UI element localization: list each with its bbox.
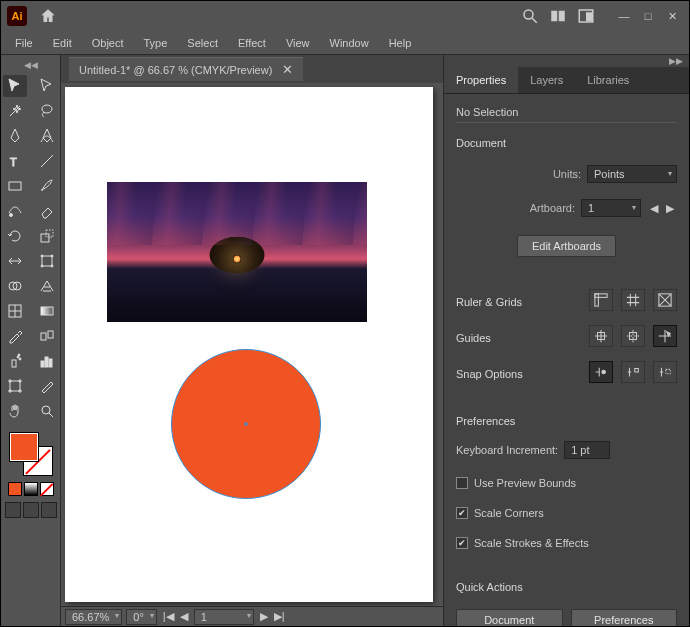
arrange-documents-button[interactable] [549,7,567,25]
units-select[interactable]: Points [587,165,677,183]
symbol-sprayer-tool[interactable] [3,350,27,372]
maximize-button[interactable]: □ [637,7,659,25]
gradient-tool[interactable] [35,300,59,322]
menu-edit[interactable]: Edit [45,34,80,52]
snap-grid-button[interactable] [621,361,645,383]
fill-swatch[interactable] [9,432,39,462]
menu-help[interactable]: Help [381,34,420,52]
paintbrush-tool[interactable] [35,175,59,197]
color-mode-color[interactable] [8,482,22,496]
workspace-button[interactable] [577,7,595,25]
menu-effect[interactable]: Effect [230,34,274,52]
artboard-next-button[interactable]: ▶ [663,202,677,215]
artboard-prev-icon[interactable]: ◀ [178,610,190,623]
keyboard-increment-input[interactable]: 1 pt [564,441,610,459]
expand-tools-icon[interactable]: ◀◀ [1,59,60,71]
pen-tool[interactable] [3,125,27,147]
placed-image[interactable] [107,182,367,322]
shaper-tool[interactable] [3,200,27,222]
guides-lock-button[interactable] [621,325,645,347]
menu-type[interactable]: Type [136,34,176,52]
edit-artboards-button[interactable]: Edit Artboards [517,235,616,257]
menu-select[interactable]: Select [179,34,226,52]
svg-point-38 [602,370,606,374]
hand-tool[interactable] [3,400,27,422]
blend-tool[interactable] [35,325,59,347]
home-button[interactable] [37,5,59,27]
svg-point-10 [9,214,12,217]
svg-rect-35 [595,294,599,306]
menu-window[interactable]: Window [322,34,377,52]
image-sky [107,182,367,245]
tab-properties[interactable]: Properties [444,67,518,93]
snap-pixel-button[interactable] [653,361,677,383]
preferences-button[interactable]: Preferences [571,609,678,626]
color-mode-gradient[interactable] [24,482,38,496]
document-setup-button[interactable]: Document Setup [456,609,563,626]
smart-guides-button[interactable] [653,325,677,347]
ellipse-shape[interactable] [171,349,321,499]
menu-view[interactable]: View [278,34,318,52]
magic-wand-tool[interactable] [3,100,27,122]
draw-normal[interactable] [5,502,21,518]
artboard-next-icon[interactable]: ▶ [258,610,270,623]
draw-inside[interactable] [41,502,57,518]
zoom-dropdown[interactable]: 66.67% [65,609,122,625]
eyedropper-tool[interactable] [3,325,27,347]
column-graph-tool[interactable] [35,350,59,372]
curvature-tool[interactable] [35,125,59,147]
tab-libraries[interactable]: Libraries [575,67,641,93]
scale-corners-checkbox[interactable] [456,507,468,519]
width-tool[interactable] [3,250,27,272]
type-tool[interactable]: T [3,150,27,172]
direct-selection-tool[interactable] [35,75,59,97]
use-preview-bounds-checkbox[interactable] [456,477,468,489]
tab-layers[interactable]: Layers [518,67,575,93]
snap-point-button[interactable] [589,361,613,383]
ruler-toggle-button[interactable] [589,289,613,311]
rotate-dropdown[interactable]: 0° [126,609,157,625]
menu-file[interactable]: File [7,34,41,52]
artboard-select[interactable]: 1 [581,199,641,217]
draw-mode-buttons [5,502,57,518]
canvas-area[interactable] [61,83,443,606]
perspective-grid-tool[interactable] [35,275,59,297]
tab-close-button[interactable]: ✕ [282,63,293,76]
mesh-tool[interactable] [3,300,27,322]
guides-show-button[interactable] [589,325,613,347]
free-transform-tool[interactable] [35,250,59,272]
scale-strokes-checkbox[interactable] [456,537,468,549]
transparency-grid-button[interactable] [653,289,677,311]
shape-builder-tool[interactable] [3,275,27,297]
artboard-last-icon[interactable]: ▶| [272,610,287,623]
menu-object[interactable]: Object [84,34,132,52]
svg-rect-21 [41,307,53,315]
slice-tool[interactable] [35,375,59,397]
artboard-nav-dropdown[interactable]: 1 [194,609,254,625]
close-window-button[interactable]: ✕ [661,7,683,25]
minimize-button[interactable]: — [613,7,635,25]
selection-tool[interactable] [3,75,27,97]
zoom-tool[interactable] [35,400,59,422]
grid-toggle-button[interactable] [621,289,645,311]
scale-strokes-label: Scale Strokes & Effects [474,537,589,549]
lasso-tool[interactable] [35,100,59,122]
artboard[interactable] [65,87,433,602]
scale-tool[interactable] [35,225,59,247]
section-ruler-grids: Ruler & Grids [456,296,522,308]
search-button[interactable] [521,7,539,25]
rotate-tool[interactable] [3,225,27,247]
collapse-panel-icon[interactable]: ▶▶ [444,55,689,67]
color-mode-none[interactable] [40,482,54,496]
line-tool[interactable] [35,150,59,172]
document-tab[interactable]: Untitled-1* @ 66.67 % (CMYK/Preview) ✕ [69,57,303,81]
fill-stroke-swatches[interactable] [9,432,53,476]
artboard-tool[interactable] [3,375,27,397]
draw-behind[interactable] [23,502,39,518]
rectangle-tool[interactable] [3,175,27,197]
artboard-first-icon[interactable]: |◀ [161,610,176,623]
artboard-prev-button[interactable]: ◀ [647,202,661,215]
grid-icon [549,7,567,25]
svg-rect-28 [41,361,44,367]
eraser-tool[interactable] [35,200,59,222]
